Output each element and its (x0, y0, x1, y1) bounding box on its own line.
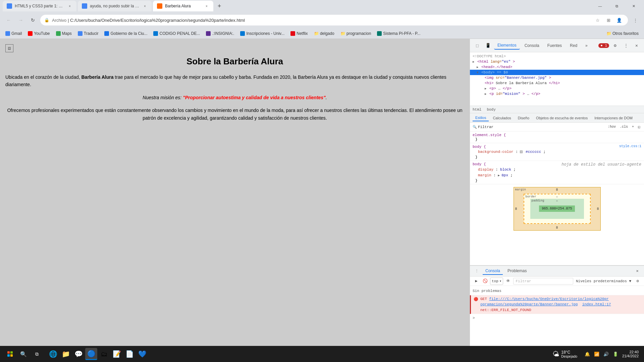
tab-barberia[interactable]: Barbería Alura × (153, 1, 213, 11)
styles-tab-estilos[interactable]: Estilos (473, 115, 489, 121)
bookmark-button[interactable]: ☆ (593, 15, 602, 25)
battery-icon[interactable]: 🔋 (611, 350, 620, 358)
html-p2-line[interactable]: ▶ <p id="mision" > … </p> (470, 91, 644, 97)
taskbar-app-explorer[interactable]: 📁 (60, 348, 72, 360)
reload-button[interactable]: ↻ (28, 15, 38, 25)
tab-ayuda[interactable]: ayuda, no puedo subir la image... × (78, 1, 152, 11)
taskbar-clock[interactable]: 22:40 21/4/2022 (621, 349, 640, 359)
styles-tab-diseno[interactable]: Diseño (515, 115, 532, 121)
search-button[interactable]: 🔍 (17, 348, 30, 360)
css-selector-body-ua[interactable]: body { (473, 162, 486, 167)
extensions-button[interactable]: ⊞ (604, 15, 613, 25)
html-head-line[interactable]: ▶ <head>…</head> (470, 64, 644, 70)
bookmark-gobierno[interactable]: Gobierno de la Ciu... (102, 30, 150, 37)
devtools-inspect-button[interactable]: ⬚ (473, 41, 482, 50)
console-close-button[interactable]: ✕ (633, 267, 641, 275)
profile-button[interactable]: 👤 (614, 15, 624, 25)
devtools-more-button[interactable]: ⋮ (621, 41, 631, 50)
bookmark-netflix[interactable]: Netflix (288, 30, 310, 37)
console-levels-select[interactable]: Niveles predeterminados ▼ (575, 279, 633, 283)
tab1-close-button[interactable]: × (67, 3, 72, 9)
bookmark-sistema[interactable]: Sistema PI-PFA - P... (374, 30, 423, 37)
console-clear-btn[interactable]: 🚫 (481, 278, 489, 285)
filter-input[interactable]: Filtrar (478, 125, 605, 129)
css-block-element-style: element.style { } (470, 131, 644, 143)
sound-icon[interactable]: 🔊 (602, 350, 610, 358)
console-top-select[interactable]: top ▾ (490, 278, 503, 285)
taskbar-app-word[interactable]: 📄 (123, 348, 136, 360)
error-link-line[interactable]: index.html:17 (582, 302, 611, 306)
console-filter-input[interactable]: Filtrar (513, 278, 573, 285)
devtools-tab-consola[interactable]: Consola (521, 42, 543, 49)
styles-tab-calculados[interactable]: Calculados (490, 115, 514, 121)
devtools-tab-fuentes[interactable]: Fuentes (544, 42, 565, 49)
bookmark-inscripciones[interactable]: Inscripciones - Univ... (237, 30, 287, 37)
windows-square-3 (7, 354, 10, 357)
settings-button[interactable]: ⋮ (631, 15, 640, 25)
devtools-settings-button[interactable]: ⚙ (610, 41, 620, 50)
breadcrumb-body[interactable]: body (487, 108, 495, 112)
devtools-tab-elementos[interactable]: Elementos (494, 42, 520, 50)
css-selector-element[interactable]: element.style { (473, 133, 641, 137)
html-p1-line[interactable]: ▶ <p> … </p> (470, 86, 644, 91)
forward-button[interactable]: → (16, 15, 25, 25)
bookmark-programacion[interactable]: 📁 programacion (338, 30, 374, 37)
css-color-swatch-bg[interactable] (520, 150, 523, 153)
notifications-icon[interactable]: 🔔 (583, 350, 591, 358)
back-button[interactable]: ← (4, 15, 13, 25)
taskbar-app-files[interactable]: 🗂 (98, 348, 110, 360)
start-button[interactable] (4, 348, 16, 360)
html-img-line[interactable]: <img src="Banner/banner.jpg" > (470, 75, 644, 80)
styles-tab-objetos[interactable]: Objetos de escucha de eventos (533, 115, 590, 121)
devtools-close-button[interactable]: ✕ (632, 41, 641, 50)
task-view-button[interactable]: ⧉ (31, 348, 43, 360)
bookmark-youtube[interactable]: YouTube (25, 30, 52, 37)
console-eye-btn[interactable]: 👁 (504, 278, 512, 285)
new-tab-button[interactable]: + (215, 1, 224, 11)
taskbar-app-edge[interactable]: 🌐 (47, 348, 59, 360)
filter-add-btn[interactable]: + (631, 125, 635, 129)
html-doctype-line[interactable]: <!DOCTYPE html> (470, 54, 644, 59)
tab3-close-button[interactable]: × (204, 3, 209, 9)
close-button[interactable]: ✕ (626, 1, 641, 11)
bookmark-translate[interactable]: Traducir (75, 30, 101, 37)
devtools-device-button[interactable]: 📱 (483, 41, 493, 50)
filter-cls-btn[interactable]: .cls (619, 125, 629, 129)
css-source-body-bg[interactable]: style.css:1 (619, 144, 641, 148)
console-tab-consola[interactable]: Consola (483, 267, 503, 275)
filter-hov-btn[interactable]: :hov (606, 125, 617, 129)
css-selector-body-bg-row[interactable]: body { style.css:1 (473, 144, 641, 149)
intro-text-normal: Ubicada en el corazón de la ciudad, (5, 74, 81, 80)
console-settings-btn[interactable]: ⚙ (634, 278, 641, 285)
restore-button[interactable]: ⧉ (609, 1, 625, 11)
taskbar-app-chrome[interactable]: 🔵 (85, 348, 97, 360)
bookmark-codigo[interactable]: CODIGO PENAL DE... (151, 30, 203, 37)
filter-toggle-btn[interactable]: ◱ (637, 125, 641, 129)
breadcrumb-html[interactable]: html (473, 108, 481, 112)
html-h1-line[interactable]: <h1> Sobre la Barbería Alura </h1> (470, 80, 644, 86)
title-bar: HTML5 y CSS3 parte 1: Mi prime... × ayud… (0, 0, 644, 12)
css-prop-semi: ; (543, 150, 546, 154)
html-html-line[interactable]: ▶ <html lang="es" > (470, 59, 644, 64)
wifi-icon[interactable]: 📶 (593, 350, 601, 358)
bookmark-gmail[interactable]: Gmail (3, 30, 24, 37)
bookmark-insignia[interactable]: .:INSIGNIA:. (203, 30, 237, 37)
address-input[interactable]: 🔒 Archivo | C:/Users/bucha/OneDrive/Escr… (40, 15, 628, 25)
styles-tab-interrupciones[interactable]: Interrupciones de DOM (592, 115, 635, 121)
console-more-btn[interactable]: ⋮ (473, 267, 481, 275)
bookmark-delgado[interactable]: 📁 delgado (311, 30, 337, 37)
weather-widget[interactable]: 🌤 18°C Despejado (550, 349, 579, 359)
html-body-line[interactable]: ▼ <body> == $0 (470, 70, 644, 75)
bookmark-otros[interactable]: 📁 Otros favoritos (604, 30, 641, 37)
console-tab-problemas[interactable]: Problemas (505, 267, 529, 275)
tab-html5[interactable]: HTML5 y CSS3 parte 1: Mi prime... × (3, 1, 76, 11)
minimize-button[interactable]: — (592, 1, 608, 11)
devtools-tab-red[interactable]: Red (567, 42, 581, 49)
taskbar-app-vscode[interactable]: 💙 (136, 348, 148, 360)
devtools-tab-more[interactable]: » (582, 42, 591, 49)
taskbar-app-teams[interactable]: 💬 (72, 348, 85, 360)
tab2-close-button[interactable]: × (142, 3, 148, 9)
taskbar-app-sublime[interactable]: 📝 (111, 348, 123, 360)
bookmark-maps[interactable]: Maps (53, 30, 74, 37)
console-execute-btn[interactable]: ▶ (473, 278, 480, 285)
